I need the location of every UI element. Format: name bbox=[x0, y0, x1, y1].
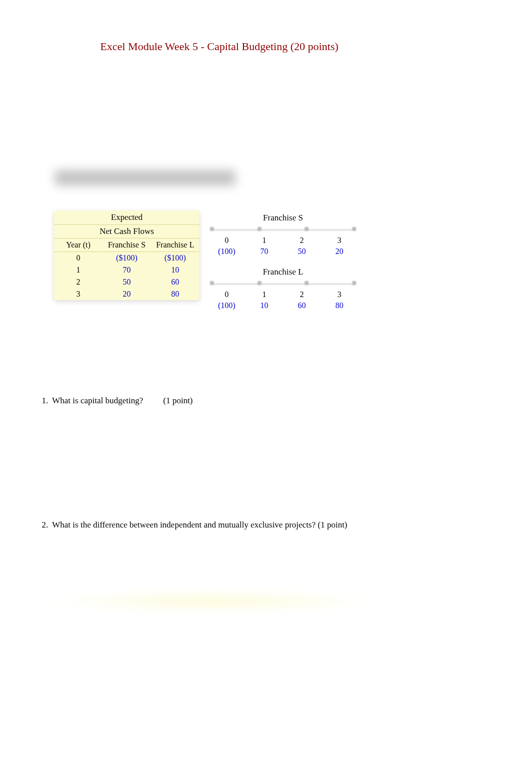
period: 3 bbox=[321, 289, 358, 300]
timeline-tick bbox=[352, 227, 356, 231]
timeline-tick bbox=[305, 281, 309, 285]
timeline-periods: 0 1 2 3 bbox=[208, 235, 358, 246]
expected-cash-flows-table: Expected Net Cash Flows Year (t) Franchi… bbox=[54, 210, 199, 300]
col-franchise-s: Franchise S bbox=[103, 238, 151, 251]
cell-s: 50 bbox=[103, 276, 151, 288]
timeline-tick bbox=[210, 281, 214, 285]
franchise-s-timeline: Franchise S 0 1 2 3 (100) 70 50 20 bbox=[208, 213, 358, 257]
value: 70 bbox=[245, 246, 283, 257]
cell-l: 80 bbox=[151, 288, 199, 300]
bottom-blur-region bbox=[45, 591, 376, 611]
timeline-tick bbox=[352, 281, 356, 285]
timeline-axis bbox=[212, 280, 354, 287]
question-points: (1 point) bbox=[163, 396, 193, 406]
value: 20 bbox=[321, 246, 358, 257]
page-title: Excel Module Week 5 - Capital Budgeting … bbox=[100, 40, 339, 53]
blurred-section-heading bbox=[55, 170, 235, 185]
table-row: 3 20 80 bbox=[54, 288, 199, 300]
cell-l: ($100) bbox=[151, 252, 199, 264]
timeline-line bbox=[212, 284, 354, 285]
table-header-line1: Expected bbox=[54, 210, 199, 225]
cell-year: 0 bbox=[54, 252, 103, 264]
franchise-l-timeline: Franchise L 0 1 2 3 (100) 10 60 80 bbox=[208, 267, 358, 311]
period: 2 bbox=[283, 289, 321, 300]
cell-year: 3 bbox=[54, 288, 103, 300]
value: 50 bbox=[283, 246, 321, 257]
cell-s: ($100) bbox=[103, 252, 151, 264]
cell-l: 10 bbox=[151, 264, 199, 276]
cell-s: 20 bbox=[103, 288, 151, 300]
franchise-l-title: Franchise L bbox=[208, 267, 358, 277]
question-number: 2. bbox=[38, 520, 48, 530]
value: 80 bbox=[321, 300, 358, 311]
timeline-axis bbox=[212, 226, 354, 233]
timeline-tick bbox=[257, 227, 261, 231]
table-column-headers: Year (t) Franchise S Franchise L bbox=[54, 238, 199, 252]
value: (100) bbox=[208, 300, 245, 311]
timeline-periods: 0 1 2 3 bbox=[208, 289, 358, 300]
table-header-line2: Net Cash Flows bbox=[54, 225, 199, 238]
question-text: What is the difference between independe… bbox=[52, 520, 347, 530]
cell-year: 2 bbox=[54, 276, 103, 288]
timeline-tick bbox=[305, 227, 309, 231]
question-text: What is capital budgeting? bbox=[52, 396, 143, 406]
timeline-tick bbox=[210, 227, 214, 231]
table-row: 0 ($100) ($100) bbox=[54, 252, 199, 264]
timeline-line bbox=[212, 229, 354, 230]
value: 60 bbox=[283, 300, 321, 311]
cell-s: 70 bbox=[103, 264, 151, 276]
period: 2 bbox=[283, 235, 321, 246]
table-row: 2 50 60 bbox=[54, 276, 199, 288]
table-row: 1 70 10 bbox=[54, 264, 199, 276]
period: 1 bbox=[245, 289, 283, 300]
period: 0 bbox=[208, 235, 245, 246]
timeline-tick bbox=[257, 281, 261, 285]
value: (100) bbox=[208, 246, 245, 257]
col-franchise-l: Franchise L bbox=[151, 238, 199, 251]
question-2: 2. What is the difference between indepe… bbox=[38, 520, 347, 530]
timeline-values: (100) 70 50 20 bbox=[208, 246, 358, 257]
period: 0 bbox=[208, 289, 245, 300]
timeline-values: (100) 10 60 80 bbox=[208, 300, 358, 311]
question-number: 1. bbox=[38, 396, 48, 406]
cell-year: 1 bbox=[54, 264, 103, 276]
question-1: 1. What is capital budgeting? (1 point) bbox=[38, 396, 193, 406]
col-year: Year (t) bbox=[54, 238, 103, 251]
value: 10 bbox=[245, 300, 283, 311]
cell-l: 60 bbox=[151, 276, 199, 288]
period: 1 bbox=[245, 235, 283, 246]
period: 3 bbox=[321, 235, 358, 246]
franchise-s-title: Franchise S bbox=[208, 213, 358, 223]
